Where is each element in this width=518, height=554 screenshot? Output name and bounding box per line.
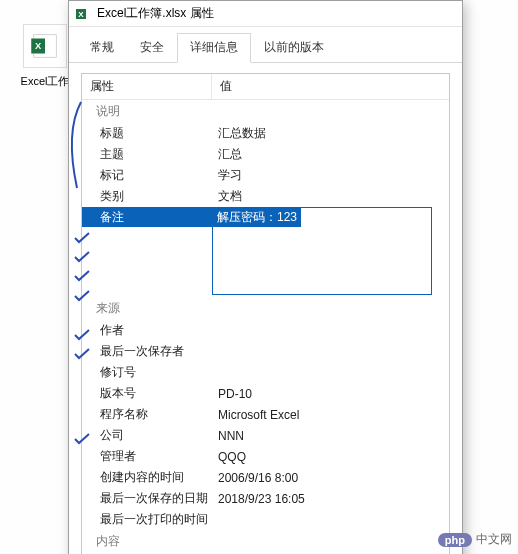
- col-header-key[interactable]: 属性: [82, 74, 212, 99]
- property-row[interactable]: 标题汇总数据: [82, 123, 449, 144]
- property-row[interactable]: 创建内容的时间2006/9/16 8:00: [82, 467, 449, 488]
- property-row[interactable]: 最后一次保存的日期2018/9/23 16:05: [82, 488, 449, 509]
- file-label: Excel工作: [16, 74, 74, 89]
- svg-text:X: X: [78, 10, 84, 19]
- property-value: [212, 371, 449, 375]
- section-header: 说明: [82, 100, 449, 123]
- php-badge: php: [438, 533, 472, 547]
- property-key: 最后一次保存者: [82, 341, 212, 362]
- tab-general[interactable]: 常规: [77, 33, 127, 63]
- property-key: 作者: [82, 320, 212, 341]
- property-key: 公司: [82, 425, 212, 446]
- tab-strip: 常规 安全 详细信息 以前的版本: [69, 27, 462, 63]
- property-edit-textarea[interactable]: 解压密码：123: [212, 207, 432, 295]
- property-value: [212, 350, 449, 354]
- properties-listview[interactable]: 属性 值 说明标题汇总数据主题汇总标记学习类别文档备注解压密码：123来源作者最…: [81, 73, 450, 554]
- property-row[interactable]: 程序名称Microsoft Excel: [82, 404, 449, 425]
- dialog-title: Excel工作簿.xlsx 属性: [97, 5, 214, 22]
- property-key: 管理者: [82, 446, 212, 467]
- property-row[interactable]: 类别文档: [82, 186, 449, 207]
- property-row[interactable]: 标记学习: [82, 165, 449, 186]
- property-key: 标记: [82, 165, 212, 186]
- property-value: Microsoft Excel: [212, 406, 449, 424]
- tab-details[interactable]: 详细信息: [177, 33, 251, 63]
- property-key: 标题: [82, 123, 212, 144]
- watermark-text: 中文网: [476, 531, 512, 548]
- property-value: 2018/9/23 16:05: [212, 490, 449, 508]
- property-row[interactable]: 最后一次保存者: [82, 341, 449, 362]
- property-key: 最后一次保存的日期: [82, 488, 212, 509]
- property-value: NNN: [212, 427, 449, 445]
- excel-file-icon: X: [23, 24, 67, 68]
- property-key: 最后一次打印的时间: [82, 509, 212, 530]
- property-key: 程序名称: [82, 404, 212, 425]
- section-header: 内容: [82, 530, 449, 553]
- property-value: 汇总数据: [212, 123, 449, 144]
- property-row[interactable]: 主题汇总: [82, 144, 449, 165]
- tab-previous-versions[interactable]: 以前的版本: [251, 33, 337, 63]
- col-header-val[interactable]: 值: [212, 74, 449, 99]
- watermark: php 中文网: [438, 531, 512, 548]
- property-value: QQQ: [212, 448, 449, 466]
- property-row[interactable]: 修订号: [82, 362, 449, 383]
- property-key: 修订号: [82, 362, 212, 383]
- property-value: [212, 518, 449, 522]
- property-key: 类别: [82, 186, 212, 207]
- property-value: 汇总: [212, 144, 449, 165]
- list-header: 属性 值: [82, 74, 449, 100]
- property-key: 版本号: [82, 383, 212, 404]
- property-row[interactable]: 最后一次打印的时间: [82, 509, 449, 530]
- section-header: 来源: [82, 297, 449, 320]
- svg-text:X: X: [35, 41, 42, 51]
- property-row[interactable]: 版本号PD-10: [82, 383, 449, 404]
- properties-dialog: X Excel工作簿.xlsx 属性 常规 安全 详细信息 以前的版本 属性 值…: [68, 0, 463, 554]
- property-row[interactable]: 备注解压密码：123: [82, 207, 449, 227]
- desktop-file[interactable]: X Excel工作: [16, 24, 74, 89]
- property-key: 主题: [82, 144, 212, 165]
- property-key: 创建内容的时间: [82, 467, 212, 488]
- property-value: 学习: [212, 165, 449, 186]
- excel-icon: X: [75, 6, 91, 22]
- property-value: 2006/9/16 8:00: [212, 469, 449, 487]
- titlebar[interactable]: X Excel工作簿.xlsx 属性: [69, 1, 462, 27]
- property-row[interactable]: 管理者QQQ: [82, 446, 449, 467]
- property-value: [212, 329, 449, 333]
- property-value: 文档: [212, 186, 449, 207]
- property-row[interactable]: 作者: [82, 320, 449, 341]
- tab-security[interactable]: 安全: [127, 33, 177, 63]
- property-key: 备注: [82, 207, 212, 227]
- property-value: PD-10: [212, 385, 449, 403]
- property-row[interactable]: 公司NNN: [82, 425, 449, 446]
